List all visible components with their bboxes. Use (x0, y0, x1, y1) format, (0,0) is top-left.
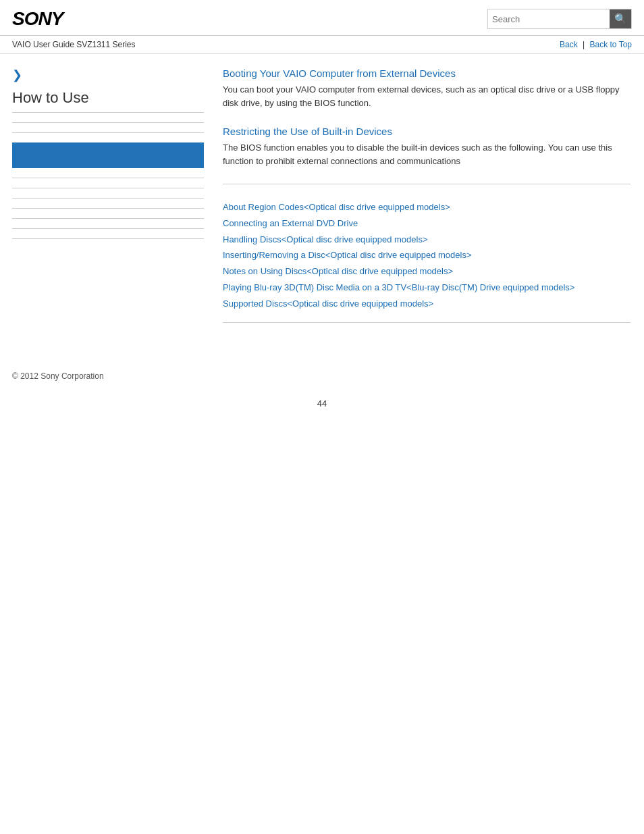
related-link-5[interactable]: Playing Blu-ray 3D(TM) Disc Media on a 3… (223, 281, 630, 295)
search-icon: 🔍 (614, 13, 627, 25)
back-to-top-link[interactable]: Back to Top (590, 40, 632, 49)
related-link-1[interactable]: Connecting an External DVD Drive (223, 217, 630, 231)
search-button[interactable]: 🔍 (610, 9, 631, 28)
sidebar-nav-divider-7 (12, 218, 204, 219)
related-link-3[interactable]: Inserting/Removing a Disc<Optical disc d… (223, 249, 630, 263)
restricting-description: The BIOS function enables you to disable… (223, 141, 630, 167)
sidebar-nav-divider-4 (12, 188, 204, 188)
content-divider-top (223, 184, 630, 184)
page-footer: © 2012 Sony Corporation (0, 361, 644, 392)
back-link[interactable]: Back (560, 40, 578, 49)
sidebar-nav-divider-5 (12, 198, 204, 199)
search-box: 🔍 (487, 9, 632, 29)
restricting-link[interactable]: Restricting the Use of Built-in Devices (223, 126, 392, 137)
related-link-6[interactable]: Supported Discs<Optical disc drive equip… (223, 297, 630, 311)
sidebar-nav-divider-3 (12, 178, 204, 178)
expand-icon[interactable]: ❯ (12, 68, 204, 82)
sidebar-nav-divider-9 (12, 238, 204, 239)
sony-logo: SONY (12, 8, 63, 30)
nav-separator: | (583, 40, 585, 49)
copyright-text: © 2012 Sony Corporation (12, 371, 104, 381)
page-header: SONY 🔍 (0, 0, 644, 36)
booting-link[interactable]: Booting Your VAIO Computer from External… (223, 68, 456, 79)
section-restricting: Restricting the Use of Built-in Devices … (223, 126, 630, 167)
related-links: About Region Codes<Optical disc drive eq… (223, 195, 630, 311)
content-divider-bottom (223, 322, 630, 323)
main-container: ❯ How to Use Booting Your VAIO Computer … (0, 54, 644, 347)
sidebar-nav-divider-1 (12, 122, 204, 123)
sidebar-nav-divider-8 (12, 228, 204, 229)
sidebar-nav-divider-2 (12, 132, 204, 133)
sidebar-title: How to Use (12, 89, 204, 113)
related-link-4[interactable]: Notes on Using Discs<Optical disc drive … (223, 265, 630, 279)
section-booting: Booting Your VAIO Computer from External… (223, 68, 630, 109)
related-link-0[interactable]: About Region Codes<Optical disc drive eq… (223, 201, 630, 215)
nav-links: Back | Back to Top (560, 40, 632, 49)
content-area: Booting Your VAIO Computer from External… (216, 61, 644, 347)
page-number: 44 (0, 392, 644, 415)
sidebar-nav-divider-6 (12, 208, 204, 209)
sidebar: ❯ How to Use (0, 61, 216, 347)
related-link-2[interactable]: Handling Discs<Optical disc drive equipp… (223, 233, 630, 247)
booting-description: You can boot your VAIO computer from ext… (223, 83, 630, 109)
sidebar-nav-items (12, 122, 204, 239)
guide-title: VAIO User Guide SVZ1311 Series (12, 40, 136, 49)
sidebar-active-item[interactable] (12, 142, 204, 168)
sub-header: VAIO User Guide SVZ1311 Series Back | Ba… (0, 36, 644, 54)
search-input[interactable] (488, 9, 610, 28)
